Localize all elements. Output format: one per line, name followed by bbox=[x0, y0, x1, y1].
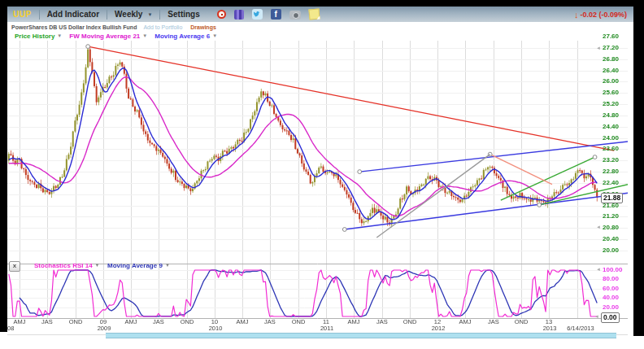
indicator-panel-header: x Stochastics RSI 14▼ Moving Average 9▼ bbox=[7, 261, 349, 272]
chart-app-window: UUP Add Indicator Weekly▼ Settings f ↓-0… bbox=[0, 0, 644, 349]
change-text: -0.02 (-0.09%) bbox=[580, 11, 627, 19]
chevron-down-icon: ▼ bbox=[95, 263, 100, 268]
chart-books-icon[interactable] bbox=[234, 10, 244, 20]
price-legend: Price History▼ FW Moving Average 21▼ Mov… bbox=[7, 32, 633, 41]
chevron-down-icon: ▼ bbox=[57, 33, 62, 38]
axis-pan-arrow-icon[interactable]: ◄ bbox=[596, 225, 601, 229]
note-icon[interactable] bbox=[308, 8, 320, 20]
chevron-down-icon: ▼ bbox=[142, 33, 147, 38]
toolbar-divider bbox=[107, 10, 107, 20]
fund-name: PowerShares DB US Dollar Index Bullish F… bbox=[11, 24, 137, 30]
settings-button[interactable]: Settings bbox=[168, 10, 199, 19]
current-price-label: 21.88 bbox=[601, 193, 623, 203]
toolbar-icon-strip: f bbox=[213, 9, 324, 20]
legend-moving-average-9[interactable]: Moving Average 9▼ bbox=[107, 262, 170, 269]
toolbar-divider bbox=[39, 10, 40, 20]
legend-fw-moving-average-21[interactable]: FW Moving Average 21▼ bbox=[69, 33, 147, 40]
axis-pan-arrow-icon[interactable]: ◄ bbox=[596, 46, 601, 50]
add-indicator-button[interactable]: Add Indicator bbox=[47, 10, 99, 19]
timeframe-value: Weekly bbox=[115, 10, 142, 19]
indicator-value-label: 0.00 bbox=[601, 312, 620, 323]
legend-stochastics-rsi-14[interactable]: Stochastics RSI 14▼ bbox=[34, 262, 100, 269]
symbol-label: UUP bbox=[13, 10, 32, 19]
down-arrow-icon: ↓ bbox=[574, 10, 579, 20]
window-edge bbox=[0, 7, 7, 332]
alarm-icon[interactable] bbox=[217, 10, 226, 19]
camera-icon[interactable] bbox=[289, 11, 301, 20]
chart-scrollbar[interactable] bbox=[106, 333, 616, 338]
chevron-down-icon: ▼ bbox=[212, 33, 217, 38]
close-indicator-button[interactable]: x bbox=[9, 261, 20, 272]
legend-price-history[interactable]: Price History▼ bbox=[15, 33, 62, 40]
axis-pan-arrow-icon[interactable]: ◄ bbox=[596, 267, 601, 272]
legend-moving-average-6[interactable]: Moving Average 6▼ bbox=[154, 33, 217, 40]
timeframe-dropdown[interactable]: Weekly▼ bbox=[115, 10, 152, 19]
toolbar: UUP Add Indicator Weekly▼ Settings f ↓-0… bbox=[7, 7, 633, 22]
price-change: ↓-0.02 (-0.09%) bbox=[574, 10, 627, 20]
facebook-icon[interactable]: f bbox=[271, 9, 281, 20]
twitter-icon[interactable] bbox=[252, 9, 263, 20]
window-edge bbox=[633, 7, 644, 336]
window-edge bbox=[0, 0, 644, 7]
axis-pan-arrow-icon[interactable]: ◄ bbox=[594, 314, 599, 319]
chevron-down-icon: ▼ bbox=[165, 263, 170, 268]
drawings-link[interactable]: Drawings bbox=[190, 24, 216, 30]
toolbar-divider bbox=[159, 10, 160, 20]
add-to-portfolio-link[interactable]: Add to Portfolio bbox=[143, 24, 182, 30]
chart-canvas[interactable] bbox=[7, 41, 628, 338]
chevron-down-icon: ▼ bbox=[147, 12, 152, 17]
